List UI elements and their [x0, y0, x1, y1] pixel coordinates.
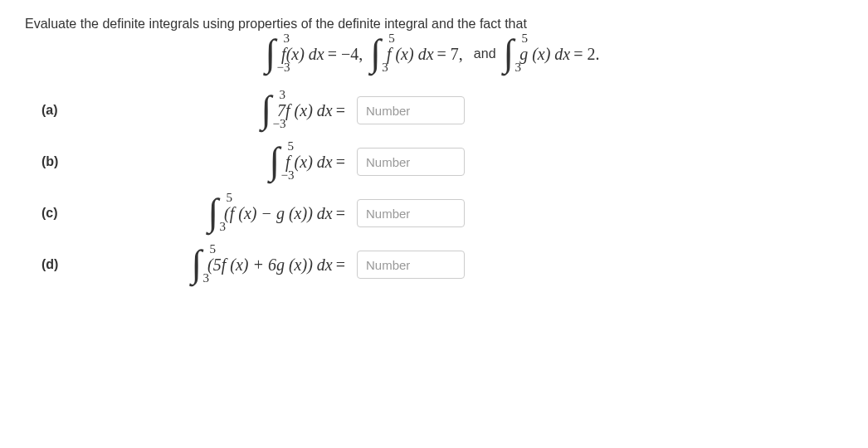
part-d-label: (d): [25, 257, 100, 272]
dx: dx: [317, 204, 333, 223]
and-text: and: [471, 46, 500, 61]
upper-limit: 5: [226, 191, 232, 205]
integrand: (5f (x) + 6g (x)): [207, 256, 313, 275]
equals-value: = −4,: [324, 45, 367, 64]
equals-sign: =: [333, 204, 349, 223]
dx: dx: [309, 45, 324, 64]
part-d-row: (d) ∫ 5 3 (5f (x) + 6g (x)) dx =: [25, 249, 843, 280]
upper-limit: 5: [522, 32, 529, 46]
integrand: f (x): [387, 45, 414, 64]
part-a-expression: ∫ 3 −3 7f (x) dx =: [100, 95, 357, 126]
dx: dx: [317, 256, 333, 275]
part-b-expression: ∫ 5 −3 f (x) dx =: [100, 146, 357, 178]
integrand: g (x): [519, 45, 550, 64]
integrand: (f (x) − g (x)): [224, 204, 313, 223]
part-a-row: (a) ∫ 3 −3 7f (x) dx =: [25, 95, 843, 126]
given-integral-1: ∫ 3 −3 f(x) dx = −4,: [265, 38, 366, 70]
lower-limit: 3: [219, 220, 226, 234]
equals-sign: =: [333, 153, 349, 172]
part-b-row: (b) ∫ 5 −3 f (x) dx =: [25, 146, 843, 178]
dx: dx: [418, 45, 434, 64]
upper-limit: 3: [283, 32, 290, 46]
upper-limit: 5: [209, 242, 216, 256]
dx: dx: [317, 101, 333, 120]
equals-sign: =: [333, 256, 349, 275]
lower-limit: 3: [515, 61, 522, 75]
lower-limit: −3: [276, 61, 290, 75]
part-a-input[interactable]: [357, 96, 465, 124]
upper-limit: 5: [388, 32, 395, 46]
part-b-input[interactable]: [357, 148, 465, 176]
equals-value: = 2.: [570, 45, 602, 64]
equals-value: = 7,: [434, 45, 466, 64]
lower-limit: −3: [272, 117, 285, 131]
part-d-expression: ∫ 5 3 (5f (x) + 6g (x)) dx =: [100, 249, 357, 280]
part-d-input[interactable]: [357, 251, 465, 279]
part-b-label: (b): [25, 154, 100, 169]
part-c-label: (c): [25, 206, 100, 221]
given-facts: ∫ 3 −3 f(x) dx = −4, ∫ 5 3 f (x) dx = 7,…: [25, 38, 843, 70]
lower-limit: 3: [382, 61, 388, 75]
lower-limit: −3: [280, 168, 294, 183]
part-c-row: (c) ∫ 5 3 (f (x) − g (x)) dx =: [25, 197, 843, 229]
equals-sign: =: [333, 101, 349, 120]
part-c-input[interactable]: [357, 199, 465, 227]
upper-limit: 3: [279, 88, 285, 102]
dx: dx: [317, 153, 333, 172]
dx: dx: [554, 45, 570, 64]
instruction-text: Evaluate the definite integrals using pr…: [25, 17, 843, 32]
given-integral-2: ∫ 5 3 f (x) dx = 7,: [370, 38, 466, 70]
part-c-expression: ∫ 5 3 (f (x) − g (x)) dx =: [100, 197, 357, 229]
part-a-label: (a): [25, 103, 100, 118]
lower-limit: 3: [202, 271, 209, 285]
given-integral-3: ∫ 5 3 g (x) dx = 2.: [504, 38, 603, 70]
upper-limit: 5: [287, 139, 294, 153]
